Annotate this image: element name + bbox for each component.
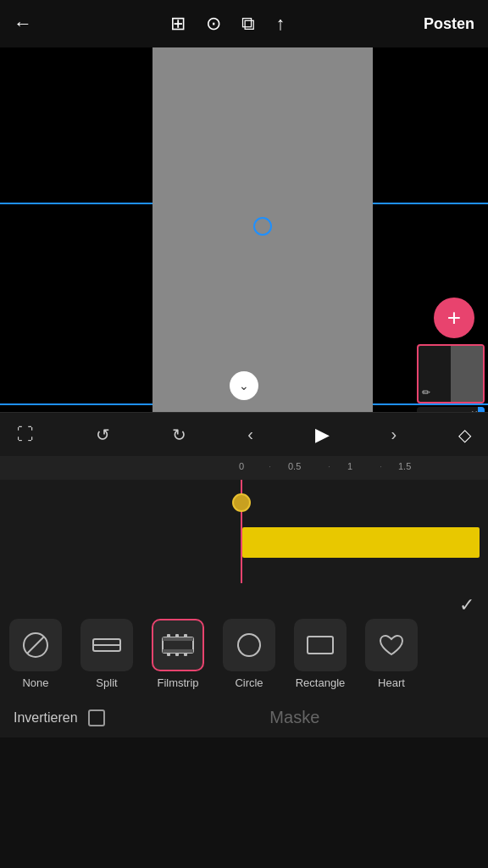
- next-frame-button[interactable]: ›: [391, 425, 397, 444]
- filmstrip-icon-wrap: [152, 619, 204, 671]
- split-icon: [90, 631, 124, 659]
- svg-line-1: [27, 637, 44, 654]
- thumbnail-2[interactable]: 🖼 ✱: [417, 407, 485, 412]
- none-label: None: [22, 676, 48, 689]
- post-button[interactable]: Posten: [424, 15, 474, 33]
- mask-tools-row: None Split: [0, 619, 488, 698]
- invert-label: Invertieren: [14, 710, 78, 726]
- thumb-blue-bar: [478, 407, 485, 412]
- ruler-dot-1: ·: [269, 461, 271, 471]
- timeline: 0 0.5 1 1.5 · · ·: [0, 456, 488, 583]
- svg-rect-12: [184, 653, 187, 656]
- side-thumbnails: 🖼 ✏ 🖼 ✱: [417, 344, 488, 412]
- timeline-ruler: 0 0.5 1 1.5 · · ·: [0, 456, 488, 480]
- split-icon-wrap: [80, 619, 133, 671]
- camera-icon[interactable]: ⊙: [206, 13, 221, 35]
- none-icon-wrap: [9, 619, 62, 671]
- heart-icon: [377, 631, 406, 659]
- playback-toolbar: ⛶ ↺ ↻ ‹ ▶ › ◇: [0, 412, 488, 456]
- layers-icon[interactable]: ⧉: [241, 13, 255, 35]
- prev-frame-button[interactable]: ‹: [247, 425, 253, 444]
- invert-row: Invertieren Maske: [0, 698, 488, 737]
- fullscreen-button[interactable]: ⛶: [17, 425, 34, 444]
- svg-rect-8: [175, 634, 179, 637]
- split-label: Split: [96, 676, 117, 689]
- canvas-area: ⌄ + 🖼 ✏ 🖼 ✱: [0, 47, 488, 412]
- ruler-mark-05: 0.5: [288, 461, 301, 471]
- svg-rect-5: [163, 637, 193, 641]
- heart-label: Heart: [378, 676, 405, 689]
- edit-icon: ✏: [422, 387, 430, 398]
- filmstrip-icon: [160, 631, 196, 659]
- keyframe-button[interactable]: ◇: [458, 425, 471, 445]
- grid-icon[interactable]: ⊞: [170, 13, 186, 35]
- circle-icon-wrap: [223, 619, 275, 671]
- undo-button[interactable]: ↺: [96, 425, 110, 445]
- ruler-mark-15: 1.5: [398, 461, 411, 471]
- svg-rect-7: [167, 634, 170, 637]
- heart-icon-wrap: [365, 619, 418, 671]
- top-navigation: ← ⊞ ⊙ ⧉ ↑ Posten: [0, 0, 488, 47]
- svg-rect-9: [184, 634, 187, 637]
- timeline-tracks[interactable]: [0, 480, 488, 583]
- redo-button[interactable]: ↻: [172, 425, 186, 445]
- svg-rect-6: [163, 649, 193, 653]
- canvas-main-image: [152, 47, 373, 412]
- mask-check-row: ✓: [0, 592, 488, 619]
- none-icon: [21, 631, 50, 659]
- expand-button[interactable]: ⌄: [230, 371, 258, 400]
- svg-rect-10: [167, 653, 170, 656]
- back-button[interactable]: ←: [14, 13, 32, 35]
- mask-tool-filmstrip[interactable]: Filmstrip: [142, 619, 214, 689]
- svg-rect-11: [175, 653, 179, 656]
- mask-tool-circle[interactable]: Circle: [214, 619, 285, 689]
- ruler-dot-2: ·: [328, 461, 330, 471]
- playhead-handle[interactable]: [232, 493, 251, 512]
- svg-rect-14: [308, 637, 333, 654]
- maske-label: Maske: [269, 708, 319, 727]
- chevron-down-icon: ⌄: [239, 379, 249, 392]
- center-handle[interactable]: [253, 217, 272, 236]
- filmstrip-label: Filmstrip: [157, 676, 198, 689]
- add-layer-button[interactable]: +: [434, 298, 474, 338]
- mask-tool-rectangle[interactable]: Rectangle: [285, 619, 356, 689]
- nav-icons-group: ⊞ ⊙ ⧉ ↑: [170, 13, 285, 35]
- mask-tool-split[interactable]: Split: [71, 619, 142, 689]
- mask-tool-none[interactable]: None: [0, 619, 71, 689]
- mask-tool-heart[interactable]: Heart: [356, 619, 427, 689]
- ruler-mark-1: 1: [347, 461, 352, 471]
- circle-label: Circle: [235, 676, 263, 689]
- yellow-clip-track[interactable]: [242, 527, 480, 558]
- rectangle-icon-wrap: [294, 619, 347, 671]
- mask-section: ✓ None Split: [0, 583, 488, 737]
- export-icon[interactable]: ↑: [275, 13, 285, 35]
- thumbnail-1[interactable]: 🖼 ✏: [417, 344, 485, 403]
- thumb-gray: [451, 346, 483, 402]
- svg-point-13: [238, 634, 260, 656]
- circle-icon: [235, 631, 263, 659]
- confirm-button[interactable]: ✓: [459, 594, 474, 616]
- ruler-mark-0: 0: [239, 461, 244, 471]
- rectangle-icon: [304, 631, 336, 659]
- play-button[interactable]: ▶: [315, 424, 330, 446]
- ruler-dot-3: ·: [380, 461, 382, 471]
- invert-checkbox[interactable]: [88, 709, 105, 726]
- rectangle-label: Rectangle: [296, 676, 346, 689]
